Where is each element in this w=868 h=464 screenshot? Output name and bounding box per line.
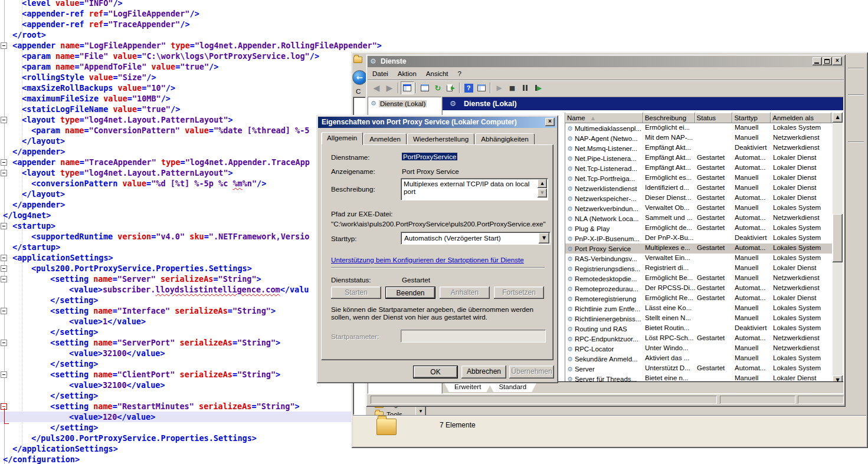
properties-dialog[interactable]: Eigenschaften von Port Proxy Service (Lo… — [316, 115, 558, 383]
play-icon[interactable]: ▶ — [493, 81, 506, 94]
tab-anmelden[interactable]: Anmelden — [363, 133, 407, 144]
table-row[interactable]: ⚙Multimediaklassenpl...Ermöglicht ei...M… — [565, 123, 832, 133]
table-row[interactable]: ⚙Richtlinie zum Entfe...Lässt eine Ko...… — [565, 304, 832, 314]
cell-starttyp: Manuell — [733, 264, 771, 274]
table-row[interactable]: ⚙Routing und RASBietet Routin...Deaktivi… — [565, 324, 832, 334]
view-tab-standard[interactable]: Standard — [488, 382, 537, 392]
fortsetzen-button[interactable]: Fortsetzen — [494, 287, 544, 299]
starten-button[interactable]: Starten — [331, 287, 381, 299]
menu-item-?[interactable]: ? — [453, 69, 466, 78]
fold-collapse-icon[interactable] — [1, 308, 7, 314]
fold-collapse-icon[interactable] — [1, 223, 7, 229]
cell-beschreibung: Ermöglicht ei... — [643, 123, 695, 133]
table-row[interactable]: ⚙Remotedesktopdie...Ermöglicht Be...Gest… — [565, 274, 832, 284]
table-row[interactable]: ⚙ServerUnterstützt D...GestartetAutomat.… — [565, 364, 832, 374]
table-row[interactable]: ⚙RemoteregistrierungErmöglicht Re...Gest… — [565, 294, 832, 304]
back-icon[interactable]: ◀ — [370, 81, 383, 94]
scrollbar-thumb[interactable] — [833, 214, 843, 262]
dienstname-value[interactable]: PortProxyService — [402, 153, 457, 160]
chevron-down-icon[interactable]: ▼ — [539, 233, 549, 243]
cell-name: ⚙Net.Tcp-Listenerad... — [565, 163, 643, 173]
fold-collapse-icon[interactable] — [1, 371, 7, 378]
fold-collapse-icon[interactable] — [1, 340, 7, 346]
close-icon[interactable]: × — [545, 118, 555, 126]
anhalten-button[interactable]: Anhalten — [440, 287, 490, 299]
table-row[interactable]: ⚙Net.Msmq-Listener...Empfängt Akt...Deak… — [565, 143, 832, 153]
ok-button[interactable]: OK — [413, 366, 458, 379]
dialog-titlebar[interactable]: Eigenschaften von Port Proxy Service (Lo… — [318, 117, 556, 128]
scroll-up-button[interactable]: ▲ — [833, 113, 843, 123]
code-line: <appender-ref ref="LogFileAppender"/> — [0, 8, 868, 19]
table-row[interactable]: ⚙NetzwerklistendienstIdentifiziert d...G… — [565, 183, 832, 193]
table-row[interactable]: ⚙Registrierungsdiens...Registriert di...… — [565, 264, 832, 274]
pause-icon[interactable] — [519, 81, 532, 94]
menu-item-ansicht[interactable]: Ansicht — [421, 69, 453, 78]
column-header-status[interactable]: Status — [695, 113, 733, 123]
export-icon[interactable]: ▶ — [444, 81, 457, 94]
scroll-down-button[interactable]: ▼ — [538, 189, 547, 198]
table-row[interactable]: ⚙Richtlinienergebniss...Stellt einen N..… — [565, 314, 832, 324]
fold-collapse-icon[interactable] — [1, 255, 7, 261]
uebernehmen-button[interactable]: Übernehmen — [509, 366, 554, 379]
fold-collapse-icon[interactable] — [1, 117, 7, 123]
service-gear-icon: ⚙ — [567, 275, 573, 284]
table-row[interactable]: ⚙RAS-Verbindungsv...Verwaltet Ein...Manu… — [565, 254, 832, 264]
tab-allgemein[interactable]: Allgemein — [321, 132, 363, 145]
cell-beschreibung: Unter Windo... — [643, 344, 695, 354]
stop-icon[interactable]: ■ — [506, 81, 519, 94]
scroll-up-button[interactable]: ▲ — [538, 179, 547, 188]
help-icon[interactable]: ? — [462, 81, 475, 94]
table-row[interactable]: ⚙NAP-Agent (Netwo...Mit dem NAP-...Manue… — [565, 133, 832, 143]
fold-collapse-icon[interactable] — [1, 170, 7, 176]
table-row[interactable]: ⚙RPC-Endpunktzuor...Löst RPC-Sch...Gesta… — [565, 334, 832, 344]
table-row[interactable]: ⚙NLA (Network Loca...Sammelt und ...Gest… — [565, 213, 832, 223]
table-row[interactable]: ⚙Net.Tcp-Listenerad...Empfängt Akt...Ges… — [565, 163, 832, 173]
table-row[interactable]: ⚙Netzwerkverbindun...Verwaltet Ob...Gest… — [565, 203, 832, 213]
startparameter-input[interactable] — [401, 330, 546, 343]
tab-abhängigkeiten[interactable]: Abhängigkeiten — [475, 133, 535, 144]
tree-item-dienste-lokal[interactable]: ⚙ Dienste (Lokal) — [371, 99, 427, 108]
starttyp-combobox[interactable]: Automatisch (Verzögerter Start) ▼ — [401, 232, 551, 245]
fold-collapse-icon[interactable] — [1, 42, 7, 49]
fold-collapse-icon[interactable] — [1, 276, 7, 282]
table-row[interactable]: ⚙Plug & PlayErmöglicht de...GestartetAut… — [565, 223, 832, 233]
refresh-icon[interactable]: ↻ — [431, 81, 444, 94]
show-tree-icon[interactable] — [475, 81, 488, 94]
table-row[interactable]: ⚙Net.Pipe-Listenera...Empfängt Akt...Ges… — [565, 153, 832, 163]
menu-item-datei[interactable]: Datei — [368, 69, 393, 78]
services-list[interactable]: Name▲BeschreibungStatusStarttypAnmelden … — [565, 113, 843, 386]
fold-collapse-icon[interactable] — [1, 265, 7, 272]
restart-icon[interactable]: ▶ — [532, 81, 545, 94]
table-row-selected[interactable]: ⚙Port Proxy ServiceMultiplexes e...Gesta… — [565, 243, 832, 254]
startoptions-help-link[interactable]: Unterstützung beim Konfigurieren der Sta… — [331, 256, 524, 264]
vertical-scrollbar[interactable]: ▲ ▼ — [833, 113, 843, 386]
tab-wiederherstellung[interactable]: Wiederherstellung — [407, 133, 474, 144]
explorer-back-button[interactable]: ← — [352, 70, 367, 85]
console-titlebar[interactable]: ⚙ Dienste × — [368, 56, 844, 67]
beschreibung-textbox[interactable]: Multiplexes external TCP/IP data on loca… — [401, 178, 548, 200]
close-button[interactable]: × — [833, 57, 842, 65]
table-row[interactable]: ⚙PnP-X-IP-Busenum...Der PnP-X-Bu...Deakt… — [565, 233, 832, 243]
cell-status — [695, 123, 733, 133]
column-header-beschreibung[interactable]: Beschreibung — [643, 113, 695, 123]
properties-icon[interactable] — [418, 81, 431, 94]
column-header-starttyp[interactable]: Starttyp — [732, 113, 771, 123]
table-row[interactable]: ⚙Sekundäre Anmeld...Aktiviert das ...Man… — [565, 354, 832, 364]
minimize-button[interactable] — [813, 57, 822, 65]
column-header-name[interactable]: Name▲ — [565, 113, 643, 123]
table-row[interactable]: ⚙Netzwerkspeicher-...Dieser Dienst...Ges… — [565, 193, 832, 203]
console-tree-icon[interactable] — [401, 81, 414, 94]
forward-icon[interactable]: ▶ — [383, 81, 396, 94]
beenden-button[interactable]: Beenden — [385, 287, 435, 299]
column-header-anmeldenals[interactable]: Anmelden als — [771, 113, 831, 123]
table-row[interactable]: ⚙RPC-LocatorUnter Windo...ManuellNetzwer… — [565, 344, 832, 354]
table-row[interactable]: ⚙Remoteprozedurau...Der RPCSS-Di...Gesta… — [565, 284, 832, 294]
menu-item-aktion[interactable]: Aktion — [393, 69, 421, 78]
view-tab-erweitert[interactable]: Erweitert — [444, 382, 492, 392]
dialog-tabs: AllgemeinAnmeldenWiederherstellungAbhäng… — [321, 132, 535, 144]
table-row[interactable]: ⚙Net.Tcp-Portfreiga...Ermöglicht es...Ge… — [565, 173, 832, 183]
fold-collapse-icon[interactable] — [1, 159, 7, 166]
cell-status — [695, 354, 733, 364]
abbrechen-button[interactable]: Abbrechen — [461, 366, 506, 379]
maximize-button[interactable] — [823, 57, 832, 65]
